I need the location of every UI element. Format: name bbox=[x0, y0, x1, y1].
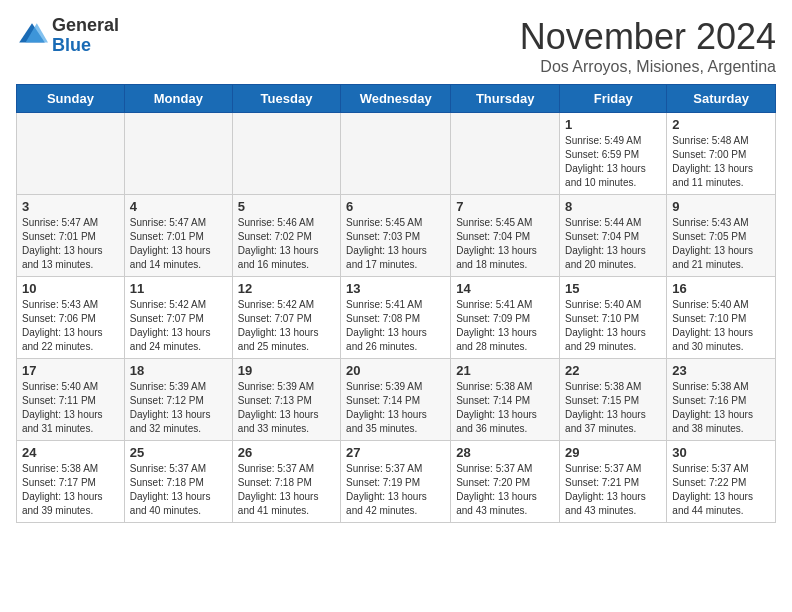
calendar-cell: 4Sunrise: 5:47 AMSunset: 7:01 PMDaylight… bbox=[124, 195, 232, 277]
title-block: November 2024 Dos Arroyos, Misiones, Arg… bbox=[520, 16, 776, 76]
day-number: 4 bbox=[130, 199, 227, 214]
calendar-cell: 7Sunrise: 5:45 AMSunset: 7:04 PMDaylight… bbox=[451, 195, 560, 277]
calendar-cell bbox=[341, 113, 451, 195]
cell-info: Sunrise: 5:43 AMSunset: 7:05 PMDaylight:… bbox=[672, 216, 770, 272]
day-number: 1 bbox=[565, 117, 661, 132]
day-number: 18 bbox=[130, 363, 227, 378]
cell-info: Sunrise: 5:38 AMSunset: 7:16 PMDaylight:… bbox=[672, 380, 770, 436]
column-header-tuesday: Tuesday bbox=[232, 85, 340, 113]
calendar-cell: 17Sunrise: 5:40 AMSunset: 7:11 PMDayligh… bbox=[17, 359, 125, 441]
calendar-week-row: 24Sunrise: 5:38 AMSunset: 7:17 PMDayligh… bbox=[17, 441, 776, 523]
calendar-cell: 2Sunrise: 5:48 AMSunset: 7:00 PMDaylight… bbox=[667, 113, 776, 195]
day-number: 10 bbox=[22, 281, 119, 296]
calendar-cell: 8Sunrise: 5:44 AMSunset: 7:04 PMDaylight… bbox=[560, 195, 667, 277]
cell-info: Sunrise: 5:37 AMSunset: 7:22 PMDaylight:… bbox=[672, 462, 770, 518]
cell-info: Sunrise: 5:38 AMSunset: 7:17 PMDaylight:… bbox=[22, 462, 119, 518]
cell-info: Sunrise: 5:37 AMSunset: 7:21 PMDaylight:… bbox=[565, 462, 661, 518]
calendar-cell: 23Sunrise: 5:38 AMSunset: 7:16 PMDayligh… bbox=[667, 359, 776, 441]
calendar-cell: 24Sunrise: 5:38 AMSunset: 7:17 PMDayligh… bbox=[17, 441, 125, 523]
cell-info: Sunrise: 5:42 AMSunset: 7:07 PMDaylight:… bbox=[238, 298, 335, 354]
calendar-cell bbox=[124, 113, 232, 195]
cell-info: Sunrise: 5:37 AMSunset: 7:19 PMDaylight:… bbox=[346, 462, 445, 518]
column-header-monday: Monday bbox=[124, 85, 232, 113]
column-header-saturday: Saturday bbox=[667, 85, 776, 113]
day-number: 20 bbox=[346, 363, 445, 378]
day-number: 26 bbox=[238, 445, 335, 460]
cell-info: Sunrise: 5:41 AMSunset: 7:09 PMDaylight:… bbox=[456, 298, 554, 354]
logo-blue-text: Blue bbox=[52, 35, 91, 55]
calendar-week-row: 1Sunrise: 5:49 AMSunset: 6:59 PMDaylight… bbox=[17, 113, 776, 195]
column-header-sunday: Sunday bbox=[17, 85, 125, 113]
calendar-week-row: 3Sunrise: 5:47 AMSunset: 7:01 PMDaylight… bbox=[17, 195, 776, 277]
column-header-wednesday: Wednesday bbox=[341, 85, 451, 113]
calendar-cell: 6Sunrise: 5:45 AMSunset: 7:03 PMDaylight… bbox=[341, 195, 451, 277]
cell-info: Sunrise: 5:42 AMSunset: 7:07 PMDaylight:… bbox=[130, 298, 227, 354]
cell-info: Sunrise: 5:37 AMSunset: 7:18 PMDaylight:… bbox=[130, 462, 227, 518]
cell-info: Sunrise: 5:39 AMSunset: 7:13 PMDaylight:… bbox=[238, 380, 335, 436]
cell-info: Sunrise: 5:41 AMSunset: 7:08 PMDaylight:… bbox=[346, 298, 445, 354]
cell-info: Sunrise: 5:48 AMSunset: 7:00 PMDaylight:… bbox=[672, 134, 770, 190]
day-number: 24 bbox=[22, 445, 119, 460]
calendar-cell: 13Sunrise: 5:41 AMSunset: 7:08 PMDayligh… bbox=[341, 277, 451, 359]
day-number: 27 bbox=[346, 445, 445, 460]
calendar-cell: 22Sunrise: 5:38 AMSunset: 7:15 PMDayligh… bbox=[560, 359, 667, 441]
day-number: 5 bbox=[238, 199, 335, 214]
day-number: 22 bbox=[565, 363, 661, 378]
location-subtitle: Dos Arroyos, Misiones, Argentina bbox=[520, 58, 776, 76]
day-number: 16 bbox=[672, 281, 770, 296]
cell-info: Sunrise: 5:40 AMSunset: 7:10 PMDaylight:… bbox=[565, 298, 661, 354]
day-number: 9 bbox=[672, 199, 770, 214]
calendar-cell: 26Sunrise: 5:37 AMSunset: 7:18 PMDayligh… bbox=[232, 441, 340, 523]
calendar-cell: 20Sunrise: 5:39 AMSunset: 7:14 PMDayligh… bbox=[341, 359, 451, 441]
calendar-week-row: 17Sunrise: 5:40 AMSunset: 7:11 PMDayligh… bbox=[17, 359, 776, 441]
cell-info: Sunrise: 5:38 AMSunset: 7:15 PMDaylight:… bbox=[565, 380, 661, 436]
cell-info: Sunrise: 5:45 AMSunset: 7:03 PMDaylight:… bbox=[346, 216, 445, 272]
calendar-cell bbox=[17, 113, 125, 195]
day-number: 3 bbox=[22, 199, 119, 214]
calendar-cell: 16Sunrise: 5:40 AMSunset: 7:10 PMDayligh… bbox=[667, 277, 776, 359]
day-number: 28 bbox=[456, 445, 554, 460]
cell-info: Sunrise: 5:49 AMSunset: 6:59 PMDaylight:… bbox=[565, 134, 661, 190]
day-number: 14 bbox=[456, 281, 554, 296]
cell-info: Sunrise: 5:46 AMSunset: 7:02 PMDaylight:… bbox=[238, 216, 335, 272]
day-number: 29 bbox=[565, 445, 661, 460]
calendar-cell: 21Sunrise: 5:38 AMSunset: 7:14 PMDayligh… bbox=[451, 359, 560, 441]
calendar-cell: 14Sunrise: 5:41 AMSunset: 7:09 PMDayligh… bbox=[451, 277, 560, 359]
calendar-cell: 10Sunrise: 5:43 AMSunset: 7:06 PMDayligh… bbox=[17, 277, 125, 359]
day-number: 8 bbox=[565, 199, 661, 214]
column-header-thursday: Thursday bbox=[451, 85, 560, 113]
calendar-cell: 5Sunrise: 5:46 AMSunset: 7:02 PMDaylight… bbox=[232, 195, 340, 277]
day-number: 6 bbox=[346, 199, 445, 214]
logo-general-text: General bbox=[52, 15, 119, 35]
calendar-header-row: SundayMondayTuesdayWednesdayThursdayFrid… bbox=[17, 85, 776, 113]
day-number: 17 bbox=[22, 363, 119, 378]
day-number: 12 bbox=[238, 281, 335, 296]
calendar-cell: 27Sunrise: 5:37 AMSunset: 7:19 PMDayligh… bbox=[341, 441, 451, 523]
cell-info: Sunrise: 5:37 AMSunset: 7:20 PMDaylight:… bbox=[456, 462, 554, 518]
day-number: 30 bbox=[672, 445, 770, 460]
cell-info: Sunrise: 5:47 AMSunset: 7:01 PMDaylight:… bbox=[22, 216, 119, 272]
calendar-cell: 3Sunrise: 5:47 AMSunset: 7:01 PMDaylight… bbox=[17, 195, 125, 277]
calendar-week-row: 10Sunrise: 5:43 AMSunset: 7:06 PMDayligh… bbox=[17, 277, 776, 359]
cell-info: Sunrise: 5:43 AMSunset: 7:06 PMDaylight:… bbox=[22, 298, 119, 354]
calendar-cell: 19Sunrise: 5:39 AMSunset: 7:13 PMDayligh… bbox=[232, 359, 340, 441]
calendar-cell: 1Sunrise: 5:49 AMSunset: 6:59 PMDaylight… bbox=[560, 113, 667, 195]
day-number: 23 bbox=[672, 363, 770, 378]
calendar-cell: 18Sunrise: 5:39 AMSunset: 7:12 PMDayligh… bbox=[124, 359, 232, 441]
cell-info: Sunrise: 5:40 AMSunset: 7:10 PMDaylight:… bbox=[672, 298, 770, 354]
logo-icon bbox=[16, 20, 48, 52]
day-number: 13 bbox=[346, 281, 445, 296]
calendar-cell: 11Sunrise: 5:42 AMSunset: 7:07 PMDayligh… bbox=[124, 277, 232, 359]
month-title: November 2024 bbox=[520, 16, 776, 58]
day-number: 2 bbox=[672, 117, 770, 132]
cell-info: Sunrise: 5:44 AMSunset: 7:04 PMDaylight:… bbox=[565, 216, 661, 272]
cell-info: Sunrise: 5:37 AMSunset: 7:18 PMDaylight:… bbox=[238, 462, 335, 518]
calendar-cell bbox=[451, 113, 560, 195]
cell-info: Sunrise: 5:39 AMSunset: 7:12 PMDaylight:… bbox=[130, 380, 227, 436]
day-number: 25 bbox=[130, 445, 227, 460]
logo: General Blue bbox=[16, 16, 119, 56]
calendar-cell: 15Sunrise: 5:40 AMSunset: 7:10 PMDayligh… bbox=[560, 277, 667, 359]
cell-info: Sunrise: 5:40 AMSunset: 7:11 PMDaylight:… bbox=[22, 380, 119, 436]
day-number: 15 bbox=[565, 281, 661, 296]
day-number: 7 bbox=[456, 199, 554, 214]
